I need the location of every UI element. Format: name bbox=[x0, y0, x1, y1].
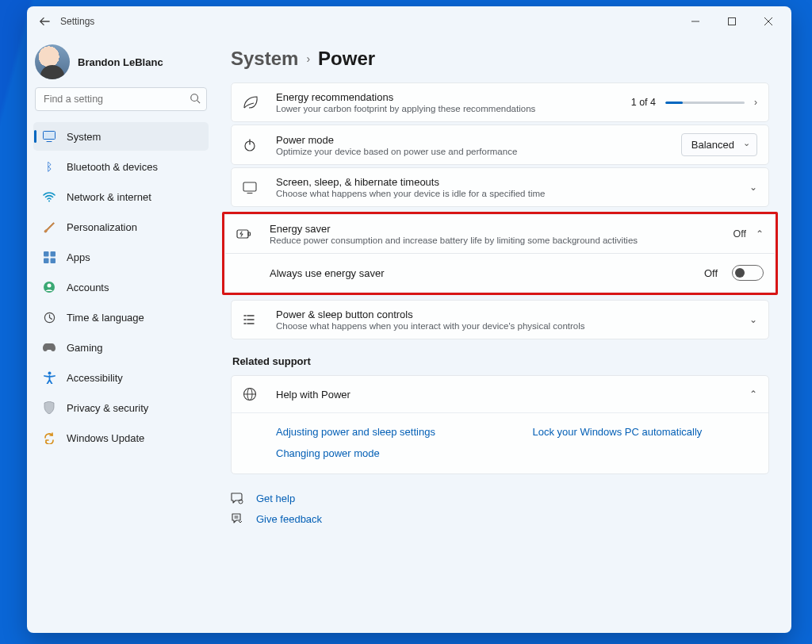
sidebar-item-accessibility[interactable]: Accessibility bbox=[33, 363, 209, 392]
svg-rect-4 bbox=[44, 251, 49, 257]
chevron-right-icon: › bbox=[754, 97, 757, 108]
sidebar-item-gaming[interactable]: Gaming bbox=[33, 333, 209, 362]
minimize-button[interactable] bbox=[677, 10, 714, 33]
sidebar-item-accounts[interactable]: Accounts bbox=[33, 273, 209, 301]
sidebar-item-update[interactable]: Windows Update bbox=[33, 424, 209, 452]
settings-window: Settings Brandon LeBlanc System bbox=[27, 6, 791, 633]
sidebar-item-apps[interactable]: Apps bbox=[33, 243, 209, 271]
bluetooth-icon: ᛒ bbox=[43, 160, 56, 173]
svg-rect-6 bbox=[44, 258, 49, 263]
power-mode-dropdown[interactable]: Balanced bbox=[681, 133, 757, 156]
breadcrumb: System › Power bbox=[231, 41, 769, 82]
close-button[interactable] bbox=[750, 10, 787, 33]
sidebar: Brandon LeBlanc System ᛒ Bluetooth & dev… bbox=[27, 36, 212, 633]
feedback-icon bbox=[231, 512, 245, 525]
give-feedback-link[interactable]: Give feedback bbox=[231, 512, 769, 525]
card-title: Power & sleep button controls bbox=[276, 309, 735, 320]
breadcrumb-parent[interactable]: System bbox=[231, 48, 298, 70]
sub-always-use-energy-saver: Always use energy saver Off bbox=[225, 253, 775, 292]
card-subtitle: Reduce power consumption and increase ba… bbox=[270, 236, 719, 245]
chevron-up-icon: ⌃ bbox=[756, 228, 764, 240]
close-icon bbox=[764, 17, 772, 25]
card-title: Power mode bbox=[276, 134, 667, 146]
get-help-link[interactable]: Get help bbox=[231, 492, 769, 504]
page-title: Power bbox=[318, 48, 375, 70]
leaf-icon bbox=[243, 95, 262, 109]
counter-label: 1 of 4 bbox=[631, 97, 656, 108]
search-icon bbox=[190, 93, 201, 104]
support-link[interactable]: Adjusting power and sleep settings bbox=[276, 426, 501, 438]
svg-rect-0 bbox=[729, 18, 736, 25]
account-icon bbox=[43, 281, 56, 293]
help-icon bbox=[231, 492, 245, 504]
brush-icon bbox=[43, 220, 56, 233]
sidebar-item-label: Personalization bbox=[67, 221, 137, 233]
energy-saver-icon bbox=[236, 228, 255, 240]
chevron-down-icon: ⌄ bbox=[749, 182, 757, 193]
svg-rect-5 bbox=[50, 251, 56, 257]
support-card: Help with Power ⌃ Adjusting power and sl… bbox=[231, 375, 769, 474]
accessibility-icon bbox=[43, 371, 56, 384]
sidebar-item-label: Bluetooth & devices bbox=[67, 161, 158, 173]
sidebar-item-network[interactable]: Network & internet bbox=[33, 182, 209, 211]
sidebar-item-label: Accounts bbox=[67, 282, 109, 293]
profile[interactable]: Brandon LeBlanc bbox=[33, 38, 209, 81]
card-power-button-controls[interactable]: Power & sleep button controls Choose wha… bbox=[231, 300, 769, 339]
sidebar-item-label: Privacy & security bbox=[67, 402, 148, 414]
card-title: Energy recommendations bbox=[276, 91, 617, 103]
svg-rect-2 bbox=[44, 132, 56, 140]
support-head[interactable]: Help with Power ⌃ bbox=[232, 376, 768, 412]
sidebar-item-personalization[interactable]: Personalization bbox=[33, 213, 209, 241]
globe-help-icon bbox=[243, 387, 262, 401]
card-subtitle: Optimize your device based on power use … bbox=[276, 147, 667, 156]
sidebar-item-label: Time & language bbox=[67, 312, 144, 324]
list-icon bbox=[243, 313, 262, 326]
power-icon bbox=[243, 138, 262, 152]
sidebar-item-label: Network & internet bbox=[67, 191, 151, 203]
svg-point-11 bbox=[48, 372, 51, 375]
svg-point-3 bbox=[48, 200, 50, 201]
sidebar-item-label: Gaming bbox=[67, 342, 103, 354]
maximize-button[interactable] bbox=[714, 10, 750, 33]
card-energy-recommendations[interactable]: Energy recommendations Lower your carbon… bbox=[231, 82, 769, 122]
sidebar-item-system[interactable]: System bbox=[33, 122, 209, 151]
search-box bbox=[35, 87, 207, 111]
highlighted-section: Energy saver Reduce power consumption an… bbox=[222, 212, 778, 295]
card-power-mode: Power mode Optimize your device based on… bbox=[231, 125, 769, 165]
gaming-icon bbox=[43, 341, 56, 354]
support-link[interactable]: Changing power mode bbox=[276, 447, 501, 459]
window-title: Settings bbox=[57, 16, 94, 27]
main-content: System › Power Energy recommendations Lo… bbox=[212, 36, 791, 633]
support-link[interactable]: Lock your Windows PC automatically bbox=[533, 426, 758, 438]
svg-point-9 bbox=[48, 284, 52, 288]
shield-icon bbox=[43, 401, 56, 414]
profile-name: Brandon LeBlanc bbox=[78, 56, 163, 68]
avatar bbox=[35, 44, 70, 79]
card-subtitle: Lower your carbon footprint by applying … bbox=[276, 104, 617, 113]
update-icon bbox=[43, 431, 56, 444]
card-title: Energy saver bbox=[270, 223, 719, 235]
energy-saver-toggle[interactable] bbox=[732, 265, 764, 281]
progress-bar bbox=[665, 102, 745, 104]
sidebar-item-label: Apps bbox=[67, 251, 90, 263]
svg-rect-7 bbox=[50, 258, 56, 263]
card-screen-sleep[interactable]: Screen, sleep, & hibernate timeouts Choo… bbox=[231, 167, 769, 207]
chevron-right-icon: › bbox=[306, 52, 310, 65]
back-button[interactable] bbox=[32, 10, 57, 33]
sidebar-item-label: System bbox=[67, 131, 101, 143]
card-energy-saver[interactable]: Energy saver Reduce power consumption an… bbox=[225, 215, 775, 253]
svg-rect-13 bbox=[243, 182, 256, 191]
minimize-icon bbox=[691, 17, 699, 25]
toggle-state-label: Off bbox=[704, 267, 718, 279]
support-title: Help with Power bbox=[276, 389, 735, 401]
sidebar-item-privacy[interactable]: Privacy & security bbox=[33, 393, 209, 422]
clock-icon bbox=[43, 311, 56, 324]
nav: System ᛒ Bluetooth & devices Network & i… bbox=[33, 122, 209, 452]
sidebar-item-time[interactable]: Time & language bbox=[33, 303, 209, 332]
related-support-heading: Related support bbox=[232, 355, 769, 367]
search-input[interactable] bbox=[35, 87, 207, 111]
apps-icon bbox=[43, 251, 56, 263]
sidebar-item-bluetooth[interactable]: ᛒ Bluetooth & devices bbox=[33, 152, 209, 181]
chevron-up-icon: ⌃ bbox=[749, 389, 757, 400]
system-icon bbox=[43, 130, 56, 143]
